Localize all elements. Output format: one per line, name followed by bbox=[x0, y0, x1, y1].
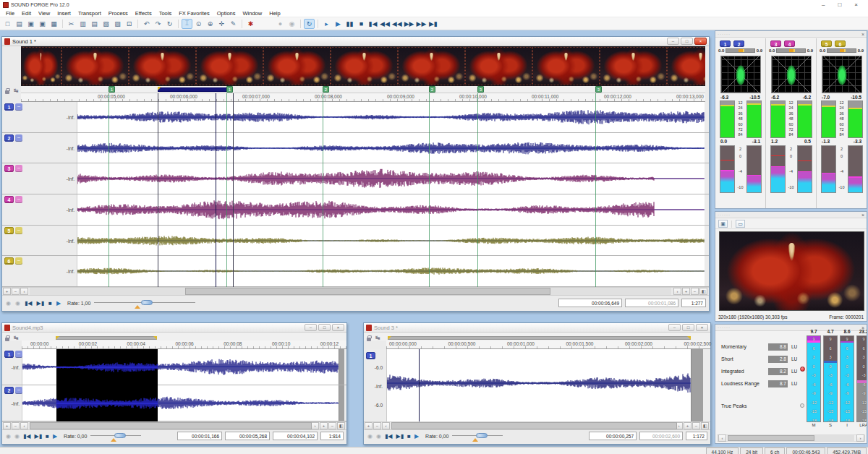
video-thumbnail-strip[interactable] bbox=[21, 46, 705, 86]
channel-badge[interactable]: 5 bbox=[821, 40, 832, 47]
app-close-button[interactable]: × bbox=[854, 1, 858, 8]
lock-icon[interactable] bbox=[5, 90, 9, 94]
scroll-track[interactable] bbox=[30, 288, 671, 295]
selection-length-display[interactable]: 00:00:04,102 bbox=[273, 432, 318, 440]
waveform-display[interactable] bbox=[77, 165, 705, 192]
loop-playback-button[interactable]: ↻ bbox=[304, 19, 315, 29]
overview-scrollbar[interactable]: +−‹ ›+−◧ bbox=[2, 287, 709, 296]
rate-slider-knob[interactable] bbox=[476, 433, 488, 438]
channel-badge[interactable]: 1 bbox=[366, 352, 375, 359]
paste-mix-button[interactable]: ▧ bbox=[101, 19, 111, 29]
scroll-thumb[interactable] bbox=[728, 435, 814, 441]
channel-volume-label[interactable]: -Inf. bbox=[2, 401, 20, 406]
channel-volume-label[interactable]: -Inf. bbox=[44, 114, 75, 119]
channel-volume-label[interactable]: -Inf. bbox=[44, 176, 75, 181]
redo-button[interactable]: ↷ bbox=[153, 19, 163, 29]
waveform[interactable] bbox=[77, 256, 705, 286]
channel-minimize-button[interactable]: – bbox=[15, 387, 22, 394]
channel-badge[interactable]: 2 bbox=[4, 134, 14, 142]
rewind-button[interactable]: ◀◀ bbox=[391, 19, 403, 29]
play-button[interactable]: ▶ bbox=[53, 433, 57, 440]
menu-effects[interactable]: Effects bbox=[132, 10, 156, 17]
marker-bar[interactable] bbox=[364, 333, 710, 340]
zoom-tool-button[interactable]: ⊕ bbox=[205, 19, 216, 29]
snap-icon[interactable]: ↹ bbox=[14, 335, 19, 341]
marker-flag[interactable]: 2 bbox=[429, 86, 435, 93]
sound3-titlebar[interactable]: Sound 3 * –□× bbox=[364, 323, 710, 333]
maximize-button[interactable]: □ bbox=[681, 38, 693, 45]
panel-header[interactable]: ······ × bbox=[715, 212, 867, 218]
maximize-button[interactable]: □ bbox=[682, 324, 694, 331]
sound1-titlebar[interactable]: Sound 1 * –□× bbox=[2, 37, 709, 46]
grip-icon[interactable]: ······ bbox=[718, 213, 731, 217]
panel-header[interactable]: ······ × bbox=[715, 31, 867, 38]
close-icon[interactable]: × bbox=[861, 213, 864, 218]
waveform[interactable] bbox=[77, 102, 705, 132]
stop-button[interactable]: ■ bbox=[356, 19, 367, 29]
channel-minimize-button[interactable]: – bbox=[15, 351, 22, 358]
position-display[interactable]: 00:00:06,649 bbox=[558, 299, 622, 307]
waveform[interactable] bbox=[22, 385, 339, 421]
maximize-button[interactable]: □ bbox=[318, 324, 331, 331]
app-maximize-button[interactable]: □ bbox=[838, 1, 841, 8]
go-to-start-button[interactable]: ▮◀ bbox=[367, 19, 378, 29]
previous-marker-button[interactable]: ◀◀ bbox=[379, 19, 391, 29]
zoom-ratio-display[interactable]: 1:172 bbox=[686, 432, 707, 440]
menu-tools[interactable]: Tools bbox=[156, 10, 176, 17]
menu-process[interactable]: Process bbox=[105, 10, 132, 17]
trim-crop-button[interactable]: ⊡ bbox=[124, 19, 135, 29]
paste-button[interactable]: ▤ bbox=[89, 19, 100, 29]
menu-options[interactable]: Options bbox=[213, 10, 239, 17]
channel-badge[interactable]: 4 bbox=[784, 40, 795, 47]
waveform-display[interactable] bbox=[77, 227, 705, 254]
total-length-display[interactable]: 00:00:02,600 bbox=[639, 432, 683, 440]
external-monitor-button[interactable]: ▭ bbox=[736, 220, 745, 228]
channel-volume-label[interactable]: -Inf. bbox=[44, 269, 75, 274]
menu-edit[interactable]: Edit bbox=[18, 10, 35, 17]
waveform[interactable] bbox=[77, 194, 705, 225]
record-remote-button[interactable]: ◉ bbox=[286, 19, 297, 29]
open-file-button[interactable]: ▤ bbox=[14, 19, 25, 29]
paste-special-button[interactable]: ▨ bbox=[112, 19, 123, 29]
go-to-end-button[interactable]: ▶▮ bbox=[35, 433, 43, 440]
channel-badge[interactable]: 1 bbox=[4, 103, 14, 111]
time-ruler[interactable]: 00:00:05,00000:00:06,00000:00:07,00000:0… bbox=[21, 93, 705, 102]
loop-region-bar[interactable] bbox=[56, 336, 157, 340]
zoom-ratio-display[interactable]: 1:814 bbox=[320, 432, 344, 440]
zoom-in-button[interactable]: + bbox=[3, 288, 11, 295]
selection-length-display[interactable]: 00:00:01,086 bbox=[625, 299, 678, 307]
scroll-left-button[interactable]: ‹ bbox=[718, 434, 726, 442]
lock-icon[interactable] bbox=[5, 338, 9, 341]
record-arm-button[interactable]: ◉ bbox=[14, 433, 20, 440]
sound4-titlebar[interactable]: Sound4.mp3 –□× bbox=[2, 323, 346, 333]
copy-button[interactable]: ▥ bbox=[77, 19, 88, 29]
menu-window[interactable]: Window bbox=[239, 10, 266, 17]
channel-badge[interactable]: 6 bbox=[4, 257, 14, 265]
position-display[interactable]: 00:00:00,257 bbox=[589, 432, 637, 440]
channel-minimize-button[interactable]: – bbox=[15, 165, 22, 172]
waveform-display[interactable] bbox=[77, 196, 705, 223]
play-all-button[interactable]: ▸ bbox=[321, 19, 332, 29]
rate-slider-knob[interactable] bbox=[114, 433, 126, 438]
rate-slider[interactable] bbox=[94, 299, 195, 307]
waveform[interactable] bbox=[77, 133, 705, 163]
play-button[interactable]: ▶ bbox=[333, 19, 344, 29]
go-to-start-button[interactable]: ▮◀ bbox=[25, 300, 33, 307]
record-button[interactable]: ◉ bbox=[6, 300, 11, 307]
channel-badge[interactable]: 1 bbox=[4, 351, 14, 358]
app-minimize-button[interactable]: – bbox=[822, 1, 825, 8]
forward-button[interactable]: ▶▶ bbox=[404, 19, 415, 29]
record-arm-button[interactable]: ◉ bbox=[376, 433, 381, 440]
lock-icon[interactable] bbox=[367, 338, 371, 341]
marker-bar[interactable]: 112233 bbox=[21, 86, 705, 93]
marker-flag[interactable]: 2 bbox=[323, 86, 329, 93]
channel-minimize-button[interactable]: – bbox=[15, 227, 22, 234]
scroll-left-button[interactable]: ‹ bbox=[20, 288, 28, 295]
waveform[interactable] bbox=[77, 226, 705, 256]
magnify-tool-button[interactable]: ⊙ bbox=[193, 19, 204, 29]
channel-badge[interactable]: 4 bbox=[4, 196, 14, 203]
waveform[interactable] bbox=[22, 349, 339, 385]
marker-flag[interactable]: 1 bbox=[226, 86, 233, 93]
channel-volume-label[interactable]: -Inf. bbox=[44, 145, 75, 150]
time-ruler[interactable]: 00:00:0000:00:0200:00:0400:00:0600:00:08… bbox=[22, 340, 346, 349]
